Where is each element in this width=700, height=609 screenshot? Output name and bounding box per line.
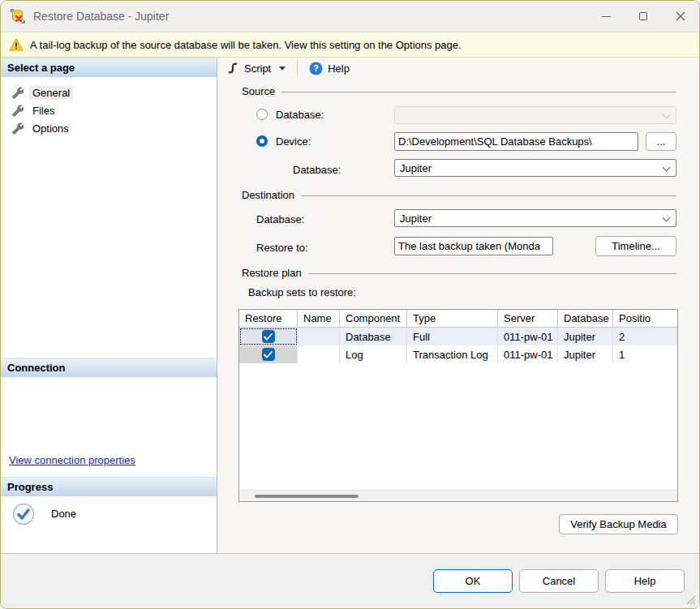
dialog-footer: OK Cancel Help	[1, 553, 699, 608]
ok-button[interactable]: OK	[433, 569, 513, 593]
backup-sets-table: Restore Name Component Type Server Datab…	[238, 309, 678, 502]
cancel-button[interactable]: Cancel	[519, 569, 599, 593]
close-button[interactable]	[662, 1, 699, 32]
restore-checkbox[interactable]	[262, 348, 275, 361]
destination-database-select[interactable]: Jupiter	[394, 209, 676, 227]
progress-status: Done	[51, 508, 76, 520]
restore-checkbox[interactable]	[262, 330, 275, 343]
window-title: Restore Database - Jupiter	[33, 10, 169, 23]
source-database-radio-label: Database:	[276, 109, 324, 121]
destination-group-label: Destination	[242, 189, 294, 201]
restore-plan-group: Restore plan	[242, 267, 676, 279]
minimize-button[interactable]	[587, 1, 625, 32]
chevron-down-icon	[663, 214, 671, 222]
source-group: Source	[242, 85, 676, 97]
progress-panel: Done	[1, 496, 217, 555]
titlebar: Restore Database - Jupiter	[1, 1, 699, 32]
horizontal-scrollbar[interactable]	[239, 490, 677, 501]
general-page-content: Script ? Help Source Database:	[217, 58, 699, 555]
sidebar-item-label: Options	[29, 122, 72, 135]
column-header-restore[interactable]: Restore	[239, 310, 298, 328]
toolbar: Script ? Help	[217, 58, 699, 79]
sidebar-item-files[interactable]: Files	[1, 101, 217, 119]
check-icon	[264, 333, 273, 341]
connection-panel: View connection properties	[1, 377, 217, 477]
help-button-footer[interactable]: Help	[605, 569, 685, 593]
cell-type: Transaction Log	[407, 345, 498, 363]
resize-grip[interactable]	[685, 594, 696, 605]
table-empty-area	[239, 363, 677, 490]
source-database-radio[interactable]	[256, 109, 268, 120]
backup-sets-label: Backup sets to restore:	[248, 286, 356, 298]
cell-database: Jupiter	[558, 345, 613, 363]
column-header-position[interactable]: Positio	[613, 310, 677, 328]
column-header-component[interactable]: Component	[340, 310, 407, 328]
scrollbar-thumb[interactable]	[255, 495, 359, 498]
minimize-icon	[602, 16, 611, 17]
group-divider	[308, 273, 676, 274]
maximize-icon	[639, 12, 647, 20]
column-header-database[interactable]: Database	[558, 310, 613, 328]
sidebar: Select a page General Files	[1, 58, 217, 555]
source-device-radio-label: Device:	[276, 135, 311, 148]
sidebar-item-options[interactable]: Options	[1, 119, 217, 137]
column-header-name[interactable]: Name	[298, 310, 340, 328]
source-database-select[interactable]: Jupiter	[394, 159, 676, 177]
chevron-down-icon	[663, 164, 671, 172]
page-list: General Files Options	[1, 77, 217, 358]
source-database-combo[interactable]	[394, 106, 676, 124]
cell-component: Database	[340, 328, 407, 345]
warning-text: A tail-log backup of the source database…	[30, 39, 462, 51]
cell-position: 1	[613, 345, 677, 363]
destination-database-label: Database:	[256, 213, 304, 225]
script-button[interactable]: Script	[224, 60, 289, 76]
restore-plan-group-label: Restore plan	[242, 267, 302, 279]
restore-to-field[interactable]: The last backup taken (Monda	[394, 237, 553, 255]
restore-database-icon	[9, 7, 27, 25]
group-divider	[301, 195, 676, 196]
tail-log-warning-banner: A tail-log backup of the source database…	[1, 32, 699, 58]
table-header-row: Restore Name Component Type Server Datab…	[239, 310, 677, 328]
wrench-icon	[11, 104, 24, 117]
restore-checkbox-cell	[239, 328, 298, 345]
source-device-radio[interactable]	[256, 135, 268, 147]
script-dropdown-caret	[279, 66, 286, 71]
restore-database-dialog: Restore Database - Jupiter A tail-log ba…	[0, 0, 700, 609]
help-button[interactable]: ? Help	[306, 60, 353, 77]
sidebar-item-general[interactable]: General	[1, 84, 217, 101]
device-path-field[interactable]: D:\Development\SQL Database Backups\	[394, 132, 638, 151]
help-icon: ?	[309, 62, 323, 75]
source-database-label: Database:	[293, 164, 341, 176]
cell-database: Jupiter	[558, 328, 613, 345]
cell-name	[298, 345, 340, 363]
restore-checkbox-cell	[239, 345, 298, 363]
cell-component: Log	[340, 345, 407, 363]
cell-type: Full	[407, 328, 498, 345]
chevron-down-icon	[663, 111, 671, 119]
view-connection-properties-link[interactable]: View connection properties	[9, 454, 135, 466]
group-divider	[281, 92, 676, 92]
script-icon	[227, 62, 239, 75]
column-header-server[interactable]: Server	[498, 310, 558, 328]
warning-icon	[9, 38, 24, 51]
source-group-label: Source	[242, 85, 275, 97]
verify-backup-media-button[interactable]: Verify Backup Media	[559, 514, 678, 534]
cell-position: 2	[613, 328, 677, 345]
wrench-icon	[11, 86, 24, 99]
check-icon	[264, 351, 273, 358]
column-header-type[interactable]: Type	[407, 310, 498, 328]
done-check-icon	[12, 503, 35, 525]
close-icon	[676, 11, 685, 21]
timeline-button[interactable]: Timeline...	[595, 236, 676, 256]
connection-header: Connection	[1, 358, 217, 377]
browse-device-button[interactable]: ...	[646, 132, 676, 151]
table-row[interactable]: Log Transaction Log 011-pw-01 Jupiter 1	[239, 345, 677, 363]
table-row[interactable]: Database Full 011-pw-01 Jupiter 2	[239, 328, 677, 345]
svg-text:?: ?	[313, 63, 319, 73]
maximize-button[interactable]	[625, 1, 662, 32]
restore-to-label: Restore to:	[256, 242, 308, 254]
cell-server: 011-pw-01	[498, 328, 558, 345]
toolbar-separator	[297, 61, 298, 75]
cell-name	[298, 328, 340, 345]
cell-server: 011-pw-01	[498, 345, 558, 363]
